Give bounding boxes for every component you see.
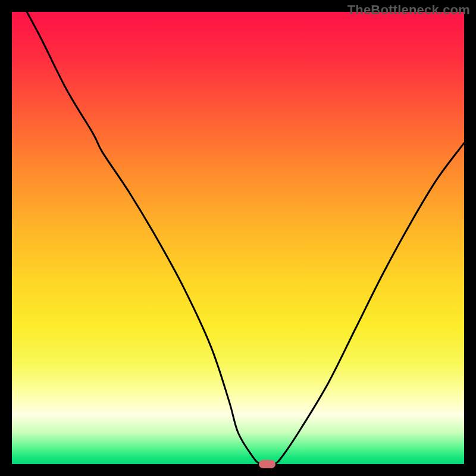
optimum-marker <box>259 460 275 468</box>
curve-path <box>12 12 464 464</box>
watermark-label: TheBottleneck.com <box>347 2 470 18</box>
chart-frame: TheBottleneck.com <box>0 0 476 476</box>
plot-area <box>12 12 464 464</box>
bottleneck-curve <box>12 12 464 464</box>
